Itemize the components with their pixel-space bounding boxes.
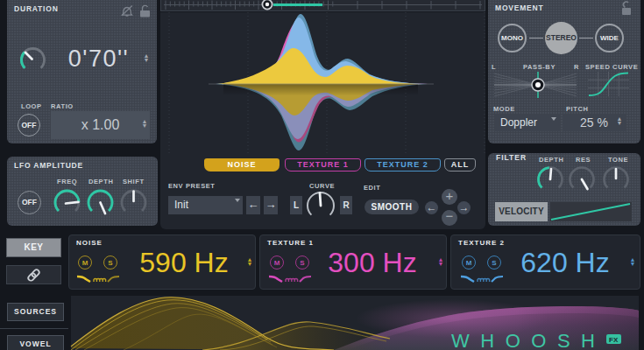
svg-text:WHOOSH: WHOOSH	[451, 330, 605, 350]
svg-text:FX: FX	[609, 336, 619, 344]
